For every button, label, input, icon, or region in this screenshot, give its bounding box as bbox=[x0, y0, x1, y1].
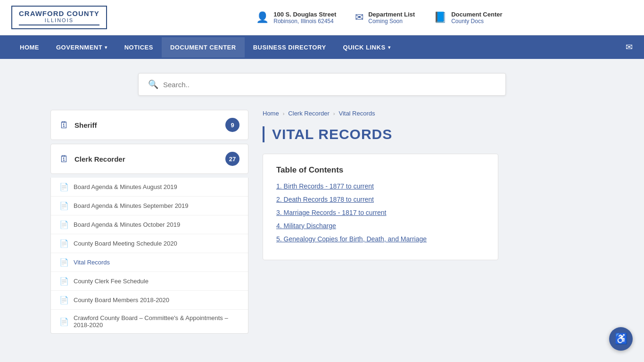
clerk-icon: 🗓 bbox=[59, 154, 69, 165]
search-icon: 🔍 bbox=[148, 79, 158, 90]
doc-line1: Document Center bbox=[451, 11, 502, 18]
toc-link-1[interactable]: 1. Birth Records - 1877 to current bbox=[276, 182, 374, 190]
dept-line2: Coming Soon bbox=[368, 18, 415, 25]
document-icon: 📘 bbox=[434, 11, 446, 24]
top-info: 👤 100 S. Douglas Street Robinson, Illino… bbox=[126, 11, 633, 25]
sidebar-subitems: 📄 Board Agenda & Minutes August 2019 📄 B… bbox=[50, 178, 248, 334]
toc-item-2: 2. Death Records 1878 to current bbox=[276, 196, 485, 203]
subitem-label-4: County Board Meeting Schedule 2020 bbox=[74, 240, 177, 247]
logo[interactable]: CRAWFORD COUNTY ILLINOIS bbox=[11, 6, 107, 29]
logo-line bbox=[19, 25, 99, 25]
sidebar: 🗓 Sheriff 9 🗓 Clerk Recorder 27 📄 Board … bbox=[50, 110, 248, 337]
subitem-label-5: Vital Records bbox=[74, 259, 110, 266]
logo-title: CRAWFORD COUNTY bbox=[19, 9, 99, 17]
page-title: VITAL RECORDS bbox=[263, 126, 594, 142]
address-line1: 100 S. Douglas Street bbox=[273, 11, 336, 18]
search-box: 🔍 bbox=[138, 73, 506, 96]
nav-document-center[interactable]: DOCUMENT CENTER bbox=[162, 37, 245, 58]
breadcrumb-home[interactable]: Home bbox=[263, 110, 279, 117]
subitem-label-2: Board Agenda & Minutes September 2019 bbox=[74, 202, 189, 209]
toc-item-3: 3. Marriage Records - 1817 to current bbox=[276, 209, 485, 216]
toc-link-4[interactable]: 4. Military Discharge bbox=[276, 222, 336, 230]
subitem-label-1: Board Agenda & Minutes August 2019 bbox=[74, 183, 177, 190]
list-item[interactable]: 📄 Board Agenda & Minutes August 2019 bbox=[51, 178, 248, 197]
doc-line2: County Docs bbox=[451, 18, 502, 25]
quick-links-arrow: ▾ bbox=[388, 45, 391, 50]
table-of-contents: Table of Contents 1. Birth Records - 187… bbox=[263, 154, 498, 260]
nav-email-icon[interactable]: ✉ bbox=[626, 42, 633, 52]
list-item[interactable]: 📄 County Board Members 2018-2020 bbox=[51, 291, 248, 310]
list-item[interactable]: 📄 County Clerk Fee Schedule bbox=[51, 272, 248, 291]
search-input[interactable] bbox=[163, 81, 496, 89]
subitem-label-8: Crawford County Board – Committee's & Ap… bbox=[74, 314, 239, 329]
nav-business-directory[interactable]: BUSINESS DIRECTORY bbox=[245, 37, 335, 58]
main-nav: HOME GOVERNMENT ▾ NOTICES DOCUMENT CENTE… bbox=[0, 35, 644, 59]
document-center-info[interactable]: 📘 Document Center County Docs bbox=[434, 11, 502, 25]
sidebar-item-sheriff[interactable]: 🗓 Sheriff 9 bbox=[50, 110, 248, 140]
doc-icon-5: 📄 bbox=[59, 258, 69, 267]
right-content: Home › Clerk Recorder › Vital Records VI… bbox=[248, 110, 594, 337]
sidebar-item-clerk-recorder[interactable]: 🗓 Clerk Recorder 27 bbox=[50, 144, 248, 174]
sheriff-badge: 9 bbox=[225, 118, 239, 132]
clerk-badge: 27 bbox=[225, 152, 239, 166]
nav-notices[interactable]: NOTICES bbox=[116, 37, 162, 58]
address-info: 👤 100 S. Douglas Street Robinson, Illino… bbox=[256, 11, 336, 25]
email-icon: ✉ bbox=[355, 11, 363, 24]
search-area: 🔍 bbox=[0, 59, 644, 110]
doc-icon-8: 📄 bbox=[59, 317, 69, 326]
breadcrumb-current: Vital Records bbox=[339, 110, 375, 117]
toc-heading: Table of Contents bbox=[276, 165, 485, 175]
top-bar: CRAWFORD COUNTY ILLINOIS 👤 100 S. Dougla… bbox=[0, 0, 644, 35]
subitem-label-6: County Clerk Fee Schedule bbox=[74, 278, 149, 285]
doc-icon-3: 📄 bbox=[59, 220, 69, 229]
doc-icon-6: 📄 bbox=[59, 277, 69, 286]
sheriff-label: Sheriff bbox=[74, 121, 220, 129]
subitem-label-7: County Board Members 2018-2020 bbox=[74, 296, 169, 304]
address-icon: 👤 bbox=[256, 11, 269, 24]
address-line2: Robinson, Illinois 62454 bbox=[273, 18, 336, 25]
breadcrumb-parent[interactable]: Clerk Recorder bbox=[288, 110, 329, 117]
doc-icon-2: 📄 bbox=[59, 201, 69, 210]
doc-icon-4: 📄 bbox=[59, 239, 69, 248]
breadcrumb-sep-2: › bbox=[333, 111, 335, 116]
department-info[interactable]: ✉ Department List Coming Soon bbox=[355, 11, 415, 25]
nav-home[interactable]: HOME bbox=[11, 37, 48, 58]
list-item[interactable]: 📄 Board Agenda & Minutes September 2019 bbox=[51, 197, 248, 215]
doc-icon-1: 📄 bbox=[59, 182, 69, 191]
list-item[interactable]: 📄 County Board Meeting Schedule 2020 bbox=[51, 234, 248, 253]
toc-link-5[interactable]: 5. Genealogy Copies for Birth, Death, an… bbox=[276, 235, 427, 243]
dept-line1: Department List bbox=[368, 11, 415, 18]
accessibility-button[interactable]: ♿ bbox=[609, 327, 633, 351]
accessibility-icon: ♿ bbox=[615, 333, 627, 345]
list-item[interactable]: 📄 Crawford County Board – Committee's & … bbox=[51, 310, 248, 333]
toc-item-4: 4. Military Discharge bbox=[276, 222, 485, 230]
breadcrumb-sep-1: › bbox=[283, 111, 285, 116]
list-item[interactable]: 📄 Vital Records bbox=[51, 253, 248, 272]
list-item[interactable]: 📄 Board Agenda & Minutes October 2019 bbox=[51, 215, 248, 234]
toc-item-1: 1. Birth Records - 1877 to current bbox=[276, 182, 485, 190]
main-content: 🗓 Sheriff 9 🗓 Clerk Recorder 27 📄 Board … bbox=[39, 110, 605, 356]
breadcrumb: Home › Clerk Recorder › Vital Records bbox=[263, 110, 594, 117]
toc-item-5: 5. Genealogy Copies for Birth, Death, an… bbox=[276, 235, 485, 243]
government-arrow: ▾ bbox=[105, 45, 107, 50]
subitem-label-3: Board Agenda & Minutes October 2019 bbox=[74, 221, 180, 228]
logo-subtitle: ILLINOIS bbox=[19, 17, 99, 23]
toc-link-3[interactable]: 3. Marriage Records - 1817 to current bbox=[276, 209, 386, 216]
sheriff-icon: 🗓 bbox=[59, 120, 69, 131]
doc-icon-7: 📄 bbox=[59, 296, 69, 304]
toc-link-2[interactable]: 2. Death Records 1878 to current bbox=[276, 196, 374, 203]
nav-quick-links[interactable]: QUICK LINKS ▾ bbox=[335, 37, 399, 58]
clerk-label: Clerk Recorder bbox=[74, 155, 220, 163]
nav-government[interactable]: GOVERNMENT ▾ bbox=[48, 37, 116, 58]
